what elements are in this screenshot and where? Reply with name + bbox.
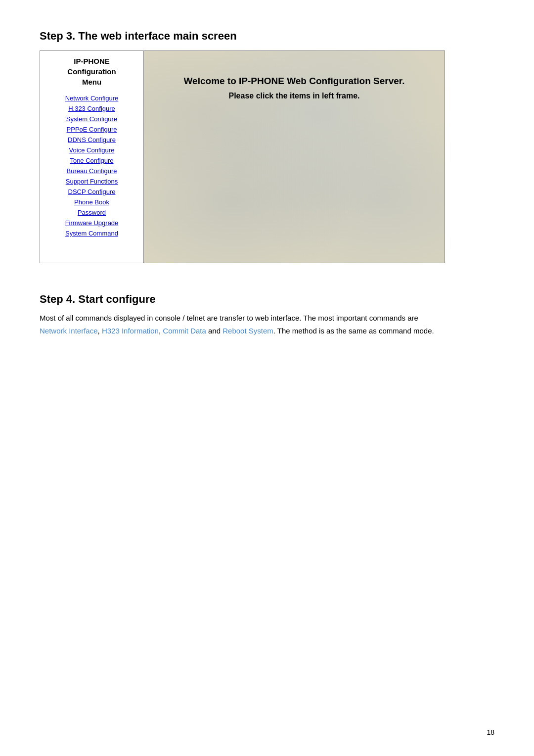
step3-heading: Step 3. The web interface main screen xyxy=(40,30,494,43)
sidebar-link-dscp-configure[interactable]: DSCP Configure xyxy=(68,188,116,195)
welcome-heading: Welcome to IP-PHONE Web Configuration Se… xyxy=(184,76,405,87)
sidebar-link-system-command[interactable]: System Command xyxy=(65,230,118,237)
sidebar-title-line1: IP-PHONE xyxy=(74,57,110,65)
browser-frame: IP-PHONE Configuration Menu Network Conf… xyxy=(40,50,445,263)
sidebar-title: IP-PHONE Configuration Menu xyxy=(67,56,116,87)
link-network-interface[interactable]: Network Interface xyxy=(40,327,98,335)
sidebar-link-bureau-configure[interactable]: Bureau Configure xyxy=(67,167,117,175)
sidebar-link-voice-configure[interactable]: Voice Configure xyxy=(69,146,115,154)
sidebar-link-ddns-configure[interactable]: DDNS Configure xyxy=(68,136,116,143)
step4-body-text: Most of all commands displayed in consol… xyxy=(40,314,418,322)
sidebar-link-password[interactable]: Password xyxy=(78,209,106,216)
sidebar-link-support-functions[interactable]: Support Functions xyxy=(66,178,118,185)
sidebar-link-phone-book[interactable]: Phone Book xyxy=(74,198,109,206)
link-commit-data[interactable]: Commit Data xyxy=(163,327,206,335)
link-reboot-system[interactable]: Reboot System xyxy=(222,327,273,335)
welcome-subtext: Please click the items in left frame. xyxy=(228,92,359,100)
page-number: 18 xyxy=(487,728,494,736)
sidebar-link-system-configure[interactable]: System Configure xyxy=(66,115,117,123)
sidebar-title-line3: Menu xyxy=(82,78,101,86)
step4-body-suffix: . The method is as the same as command m… xyxy=(273,327,434,335)
step4-heading: Step 4. Start configure xyxy=(40,293,445,306)
sidebar-link-network-configure[interactable]: Network Configure xyxy=(65,94,119,102)
sidebar[interactable]: IP-PHONE Configuration Menu Network Conf… xyxy=(40,51,144,263)
step4-and: and xyxy=(206,327,222,335)
sidebar-link-h323-configure[interactable]: H.323 Configure xyxy=(68,105,115,112)
link-h323-information[interactable]: H323 Information xyxy=(102,327,159,335)
sidebar-link-firmware-upgrade[interactable]: Firmware Upgrade xyxy=(65,219,119,227)
step4-section: Step 4. Start configure Most of all comm… xyxy=(40,293,445,337)
step4-comma1: , xyxy=(98,327,102,335)
sidebar-link-tone-configure[interactable]: Tone Configure xyxy=(70,157,113,164)
sidebar-title-line2: Configuration xyxy=(67,67,116,76)
main-content-panel: Welcome to IP-PHONE Web Configuration Se… xyxy=(144,51,445,263)
sidebar-link-pppoe-configure[interactable]: PPPoE Configure xyxy=(67,126,117,133)
step4-body: Most of all commands displayed in consol… xyxy=(40,312,445,337)
